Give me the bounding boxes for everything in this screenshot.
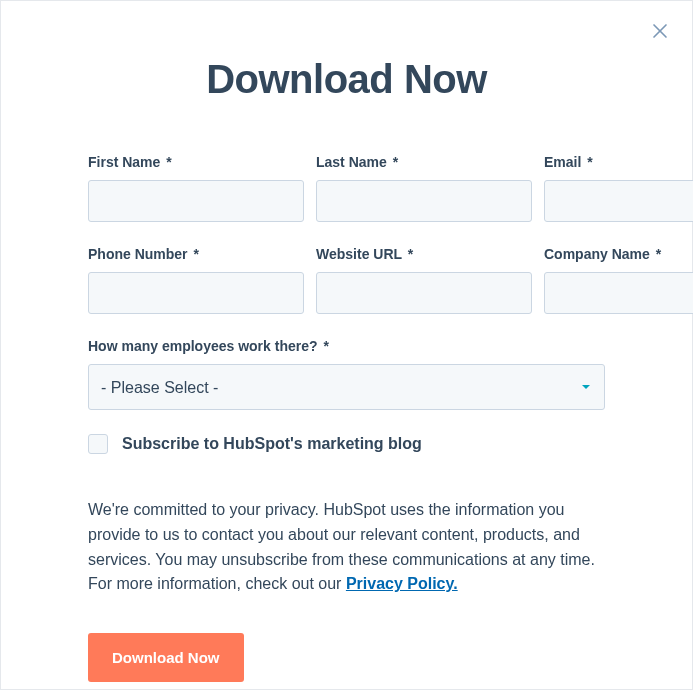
input-first-name[interactable] (88, 180, 304, 222)
checkbox-subscribe-row: Subscribe to HubSpot's marketing blog (88, 434, 605, 454)
close-button[interactable] (648, 19, 672, 43)
form-row-1: First Name * Last Name * Email * (88, 154, 605, 222)
required-mark: * (166, 154, 171, 170)
field-email: Email * (544, 154, 693, 222)
input-last-name[interactable] (316, 180, 532, 222)
label-text: First Name (88, 154, 160, 170)
label-text: Last Name (316, 154, 387, 170)
form-row-2: Phone Number * Website URL * Company Nam… (88, 246, 605, 314)
input-phone[interactable] (88, 272, 304, 314)
select-employees[interactable]: - Please Select - (88, 364, 605, 410)
privacy-text: We're committed to your privacy. HubSpot… (88, 498, 605, 597)
checkbox-subscribe[interactable] (88, 434, 108, 454)
label-text: Phone Number (88, 246, 188, 262)
label-last-name: Last Name * (316, 154, 532, 170)
label-text: How many employees work there? (88, 338, 318, 354)
label-text: Email (544, 154, 581, 170)
label-first-name: First Name * (88, 154, 304, 170)
label-text: Company Name (544, 246, 650, 262)
label-website: Website URL * (316, 246, 532, 262)
modal-title: Download Now (1, 57, 692, 102)
privacy-body: We're committed to your privacy. HubSpot… (88, 501, 595, 592)
field-company: Company Name * (544, 246, 693, 314)
field-phone: Phone Number * (88, 246, 304, 314)
field-last-name: Last Name * (316, 154, 532, 222)
required-mark: * (408, 246, 413, 262)
label-text: Website URL (316, 246, 402, 262)
download-modal: Download Now First Name * Last Name * Em… (0, 0, 693, 690)
input-website[interactable] (316, 272, 532, 314)
close-icon (651, 28, 669, 43)
field-first-name: First Name * (88, 154, 304, 222)
required-mark: * (656, 246, 661, 262)
required-mark: * (323, 338, 328, 354)
select-wrap-employees: - Please Select - (88, 364, 605, 410)
input-company[interactable] (544, 272, 693, 314)
label-phone: Phone Number * (88, 246, 304, 262)
privacy-policy-link[interactable]: Privacy Policy. (346, 575, 458, 592)
label-employees: How many employees work there? * (88, 338, 605, 354)
checkbox-subscribe-label: Subscribe to HubSpot's marketing blog (122, 435, 422, 453)
label-email: Email * (544, 154, 693, 170)
required-mark: * (393, 154, 398, 170)
field-website: Website URL * (316, 246, 532, 314)
input-email[interactable] (544, 180, 693, 222)
required-mark: * (587, 154, 592, 170)
download-form: First Name * Last Name * Email * (88, 154, 605, 682)
field-employees: How many employees work there? * - Pleas… (88, 338, 605, 410)
label-company: Company Name * (544, 246, 693, 262)
required-mark: * (193, 246, 198, 262)
submit-button[interactable]: Download Now (88, 633, 244, 682)
